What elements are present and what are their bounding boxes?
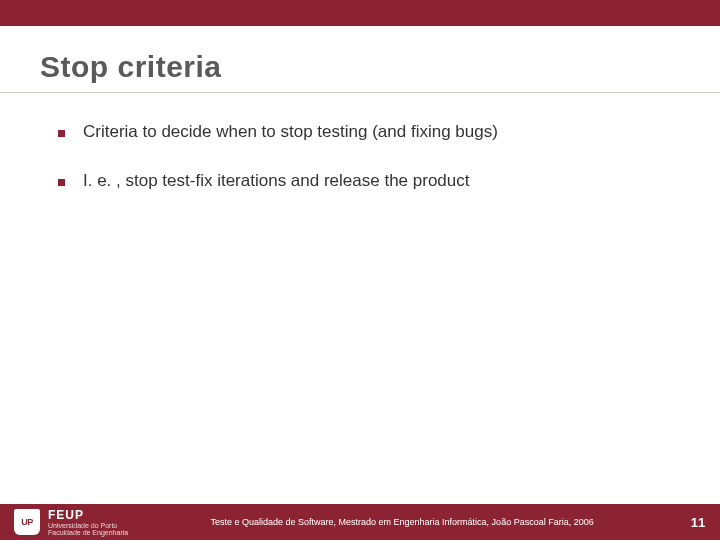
- bullet-text: Criteria to decide when to stop testing …: [83, 121, 498, 144]
- title-container: Stop criteria: [0, 26, 720, 93]
- content-area: Criteria to decide when to stop testing …: [0, 93, 720, 193]
- bullet-icon: [58, 130, 65, 137]
- list-item: I. e. , stop test-fix iterations and rel…: [58, 170, 670, 193]
- logo-subtitle-2: Faculdade de Engenharia: [48, 529, 128, 536]
- page-number: 11: [676, 515, 720, 530]
- logo-label: FEUP: [48, 509, 128, 521]
- logo-crest-icon: UP: [14, 509, 40, 535]
- top-accent-bar: [0, 0, 720, 26]
- bullet-text: I. e. , stop test-fix iterations and rel…: [83, 170, 469, 193]
- logo-crest-text: UP: [21, 517, 33, 527]
- bullet-icon: [58, 179, 65, 186]
- footer-bar: UP FEUP Universidade do Porto Faculdade …: [0, 504, 720, 540]
- footer-text: Teste e Qualidade de Software, Mestrado …: [128, 517, 676, 527]
- logo-text-block: FEUP Universidade do Porto Faculdade de …: [48, 509, 128, 536]
- logo-subtitle-1: Universidade do Porto: [48, 522, 128, 529]
- list-item: Criteria to decide when to stop testing …: [58, 121, 670, 144]
- footer-logo: UP FEUP Universidade do Porto Faculdade …: [0, 504, 128, 540]
- slide: Stop criteria Criteria to decide when to…: [0, 0, 720, 540]
- slide-title: Stop criteria: [40, 50, 680, 84]
